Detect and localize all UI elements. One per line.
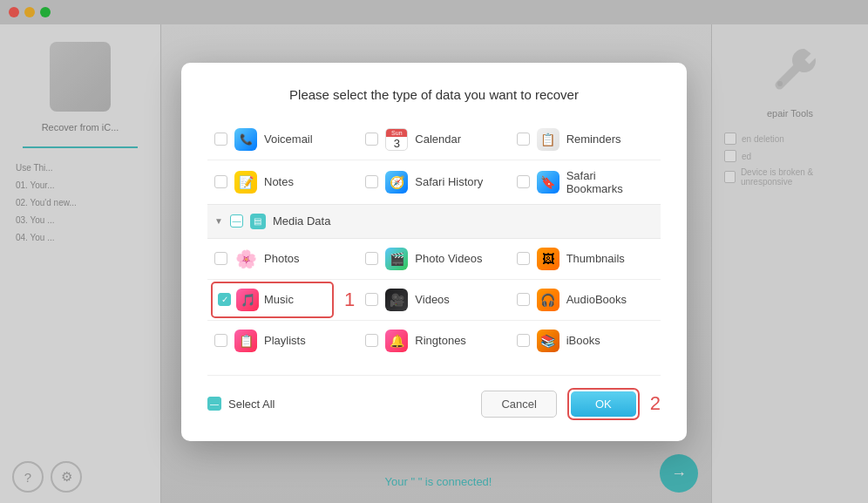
reminders-icon: 📋 — [537, 128, 559, 151]
modal-buttons: Cancel OK 2 — [481, 388, 661, 420]
videos-icon: 🎥 — [385, 289, 408, 311]
ringtones-icon: 🔔 — [385, 330, 408, 352]
list-item-notes[interactable]: 📝 Notes — [207, 160, 358, 204]
section-checkbox-media[interactable]: — — [230, 214, 243, 228]
checkbox-audiobooks[interactable] — [517, 293, 530, 306]
items-grid-top: 📞 Voicemail Sun3 Calendar 📋 Reminders 📝 … — [207, 119, 661, 361]
label-reminders: Reminders — [566, 133, 621, 146]
label-calendar: Calendar — [415, 133, 461, 146]
list-item-ringtones[interactable]: 🔔 Ringtones — [358, 321, 509, 361]
label-safari-bookmarks: Safari Bookmarks — [566, 169, 654, 195]
label-photos: Photos — [264, 252, 299, 265]
checkbox-photo-videos[interactable] — [365, 252, 378, 265]
label-ibooks: iBooks — [566, 334, 600, 347]
thumbnails-icon: 🖼 — [537, 248, 559, 270]
list-item-photo-videos[interactable]: 🎬 Photo Videos — [358, 239, 509, 279]
voicemail-icon: 📞 — [234, 128, 257, 151]
checkbox-safari-history[interactable] — [365, 175, 378, 188]
safari-bookmarks-icon: 🔖 — [537, 171, 559, 194]
label-media-data: Media Data — [273, 214, 330, 228]
notes-icon: 📝 — [234, 171, 257, 194]
select-all-label: Select All — [228, 398, 275, 411]
media-section-icon: ▤ — [250, 214, 266, 229]
list-item-thumbnails[interactable]: 🖼 Thumbnails — [510, 239, 661, 279]
checkbox-calendar[interactable] — [365, 133, 378, 146]
label-voicemail: Voicemail — [264, 133, 313, 146]
label-playlists: Playlists — [264, 334, 306, 347]
list-item-music[interactable]: ✓ 🎵 Music 1 — [207, 280, 358, 320]
list-item-ibooks[interactable]: 📚 iBooks — [510, 321, 661, 361]
audiobooks-icon: 🎧 — [537, 289, 559, 311]
list-item-reminders[interactable]: 📋 Reminders — [510, 119, 661, 160]
checkbox-ringtones[interactable] — [365, 334, 378, 347]
list-item-calendar[interactable]: Sun3 Calendar — [358, 119, 509, 160]
checkbox-ibooks[interactable] — [517, 334, 530, 347]
modal-title: Please select the type of data you want … — [207, 87, 661, 102]
label-safari-history: Safari History — [415, 175, 483, 188]
select-all-checkbox[interactable]: — — [207, 397, 221, 411]
photo-videos-icon: 🎬 — [385, 248, 408, 270]
ok-button[interactable]: OK — [571, 391, 636, 417]
calendar-icon: Sun3 — [385, 128, 408, 151]
checkbox-voicemail[interactable] — [214, 133, 227, 146]
list-item-videos[interactable]: 🎥 Videos — [358, 280, 509, 320]
label-audiobooks: AudioBooks — [566, 293, 627, 306]
music-icon: 🎵 — [236, 289, 259, 311]
step2-badge: 2 — [650, 392, 661, 415]
list-item-audiobooks[interactable]: 🎧 AudioBooks — [510, 280, 661, 320]
label-photo-videos: Photo Videos — [415, 252, 482, 265]
step1-badge: 1 — [344, 289, 355, 311]
list-item-safari-history[interactable]: 🧭 Safari History — [358, 160, 509, 204]
ibooks-icon: 📚 — [537, 330, 559, 352]
music-highlight-box: ✓ 🎵 Music — [211, 282, 334, 318]
section-header-media[interactable]: ▼ — ▤ Media Data — [207, 204, 661, 239]
safari-history-icon: 🧭 — [385, 171, 408, 194]
checkbox-videos[interactable] — [365, 293, 378, 306]
checkbox-photos[interactable] — [214, 252, 227, 265]
checkbox-reminders[interactable] — [517, 133, 530, 146]
checkbox-safari-bookmarks[interactable] — [517, 175, 530, 188]
cancel-button[interactable]: Cancel — [481, 391, 556, 418]
label-thumbnails: Thumbnails — [566, 252, 625, 265]
checkbox-playlists[interactable] — [214, 334, 227, 347]
ok-button-wrapper: OK — [567, 388, 640, 420]
label-music: Music — [264, 293, 294, 306]
checkbox-music[interactable]: ✓ — [218, 293, 231, 306]
list-item-photos[interactable]: 🌸 Photos — [207, 239, 358, 279]
chevron-icon: ▼ — [214, 216, 223, 226]
list-item-playlists[interactable]: 📋 Playlists — [207, 321, 358, 361]
label-notes: Notes — [264, 175, 294, 188]
modal-dialog: Please select the type of data you want … — [181, 63, 687, 441]
select-all-area[interactable]: — Select All — [207, 397, 481, 411]
list-item-voicemail[interactable]: 📞 Voicemail — [207, 119, 358, 160]
photos-icon: 🌸 — [234, 248, 257, 270]
modal-overlay: Please select the type of data you want … — [0, 0, 868, 503]
modal-footer: — Select All Cancel OK 2 — [207, 375, 661, 420]
playlists-icon: 📋 — [234, 330, 257, 352]
checkbox-thumbnails[interactable] — [517, 252, 530, 265]
label-ringtones: Ringtones — [415, 334, 466, 347]
label-videos: Videos — [415, 293, 450, 306]
checkbox-notes[interactable] — [214, 175, 227, 188]
list-item-safari-bookmarks[interactable]: 🔖 Safari Bookmarks — [510, 160, 661, 204]
